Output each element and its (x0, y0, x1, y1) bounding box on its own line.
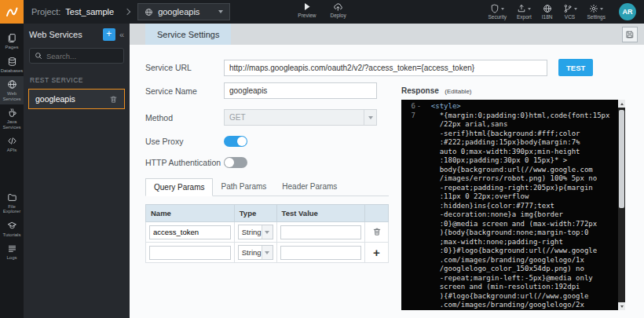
line-number (404, 166, 415, 175)
main-content: Service Settings Service URL TEST Servic… (130, 24, 644, 318)
sidebar-item-java-services[interactable]: Java Services (0, 104, 24, 133)
tab-query-params[interactable]: Query Params (145, 178, 213, 196)
sidebar-item-tutorials[interactable]: Tutorials (0, 217, 24, 241)
code-text: .com/images/branding/googlelogo/1x (423, 256, 616, 265)
param-name-input[interactable] (149, 225, 231, 239)
preview-button[interactable]: Preview (298, 2, 316, 18)
selected-service-label: googleapis (158, 7, 214, 16)
response-label: Response (401, 86, 439, 95)
line-number (404, 265, 415, 274)
service-list-item-googleapis[interactable]: googleapis (28, 89, 125, 109)
fold-marker (415, 202, 423, 211)
add-row-button[interactable]: + (373, 246, 380, 259)
code-line: ){body{background:none;margin-top:0 (404, 228, 616, 238)
scroll-up-icon[interactable] (618, 100, 625, 108)
save-button[interactable] (622, 27, 638, 42)
sidebar-item-web-services[interactable]: Web Services (0, 76, 24, 104)
chevron-right-icon (124, 9, 130, 15)
sidebar-item-databases[interactable]: Databases (0, 53, 24, 77)
test-button[interactable]: TEST (558, 59, 593, 76)
folder-icon (7, 192, 17, 203)
service-url-input[interactable] (224, 60, 547, 76)
fold-marker (415, 292, 423, 302)
git-branch-icon (563, 4, 573, 13)
chevron-down-icon (574, 8, 577, 10)
list-lines-icon (7, 243, 17, 254)
fold-marker (415, 120, 423, 130)
param-type-select[interactable]: String (238, 225, 273, 239)
response-code-editor[interactable]: 6 - <style> 7 *{margin:0;padding:0}html,… (401, 100, 625, 310)
use-proxy-label: Use Proxy (145, 137, 224, 146)
tab-service-settings[interactable]: Service Settings (145, 24, 231, 45)
fold-marker (415, 130, 423, 139)
code-text: -repeat;padding-right:205px}p{margin (423, 184, 616, 193)
add-service-button[interactable]: + (103, 28, 115, 41)
service-name-input[interactable] (224, 82, 377, 99)
play-icon (302, 2, 312, 12)
service-name-label: Service Name (145, 86, 224, 96)
preview-label: Preview (298, 13, 316, 18)
sidebar-item-pages[interactable]: Pages (0, 30, 24, 53)
sidebar-item-apis[interactable]: APIs (0, 133, 24, 156)
user-avatar[interactable]: AR (619, 3, 636, 20)
service-item-label: googleapis (35, 94, 75, 104)
delete-row-icon[interactable] (372, 227, 382, 236)
vcs-button[interactable]: VCS (563, 4, 577, 20)
service-url-label: Service URL (145, 63, 224, 72)
code-text: :11px 0 22px;overflow (423, 192, 616, 202)
fold-marker (415, 174, 423, 184)
code-text: auto 0;max-width:390px;min-height (423, 148, 616, 157)
topbar: Project: Test_sample googleapis Preview (0, 0, 644, 24)
graduation-cap-icon (7, 221, 17, 231)
tab-header-params[interactable]: Header Params (274, 178, 345, 196)
app-window: Project: Test_sample googleapis Preview (0, 0, 644, 318)
http-auth-toggle[interactable] (224, 157, 247, 168)
line-number (404, 138, 415, 148)
project-label: Project: (31, 7, 60, 16)
param-name-input[interactable] (149, 246, 231, 260)
search-input[interactable] (46, 52, 119, 60)
use-proxy-toggle[interactable] (224, 136, 247, 147)
line-number (404, 256, 415, 265)
fold-marker (415, 283, 423, 292)
editor-scrollbar[interactable] (618, 100, 625, 310)
search-icon (35, 52, 42, 60)
security-button[interactable]: Security (488, 4, 506, 20)
chevron-down-icon (265, 251, 269, 254)
service-selector-dropdown[interactable]: googleapis (137, 3, 230, 20)
sidebar-item-logs[interactable]: Logs (0, 240, 24, 264)
code-text: .com/images/branding/googlelogo/2x (423, 301, 616, 310)
chevron-down-icon (501, 8, 504, 10)
code-text: -decoration:none}a img{border (423, 210, 616, 220)
query-params-table: Name Type Test Value (145, 204, 389, 263)
settings-button[interactable]: Settings (587, 4, 606, 20)
param-type-select[interactable]: String (238, 245, 273, 260)
pages-icon (7, 33, 17, 43)
i18n-button[interactable]: I18N (542, 4, 553, 20)
collapse-panel-icon[interactable]: « (119, 30, 124, 39)
param-test-value-input[interactable] (280, 246, 361, 260)
method-value: GET (229, 113, 246, 122)
code-line: -decoration:none}a img{border (404, 210, 616, 220)
scroll-down-icon[interactable] (618, 302, 625, 310)
fold-marker (415, 238, 423, 247)
export-button[interactable]: Export (517, 4, 532, 20)
code-line: -serif}html{background:#fff;color (404, 130, 616, 139)
scrollbar-thumb[interactable] (619, 110, 624, 208)
code-text: /googlelogo_color_150x54dp.png) no (423, 310, 616, 311)
delete-service-icon[interactable] (109, 95, 118, 104)
avatar-initials: AR (623, 8, 633, 16)
deploy-button[interactable]: Deploy (330, 2, 346, 18)
sidebar-item-file-explorer[interactable]: File Explorer (0, 189, 24, 217)
param-test-value-input[interactable] (280, 225, 361, 239)
line-number (404, 210, 415, 220)
code-text: <style> (423, 102, 616, 111)
method-select[interactable]: GET (224, 109, 377, 126)
code-text: ;max-width:none;padding-right (423, 238, 616, 247)
globe-icon (543, 4, 552, 13)
code-line: /22px arial,sans (404, 120, 616, 130)
tab-path-params[interactable]: Path Params (213, 178, 274, 196)
line-number (404, 238, 415, 247)
web-services-panel: Web Services + « REST SERVICE googleapis (24, 24, 130, 318)
code-line: auto 0;max-width:390px;min-height (404, 148, 616, 157)
